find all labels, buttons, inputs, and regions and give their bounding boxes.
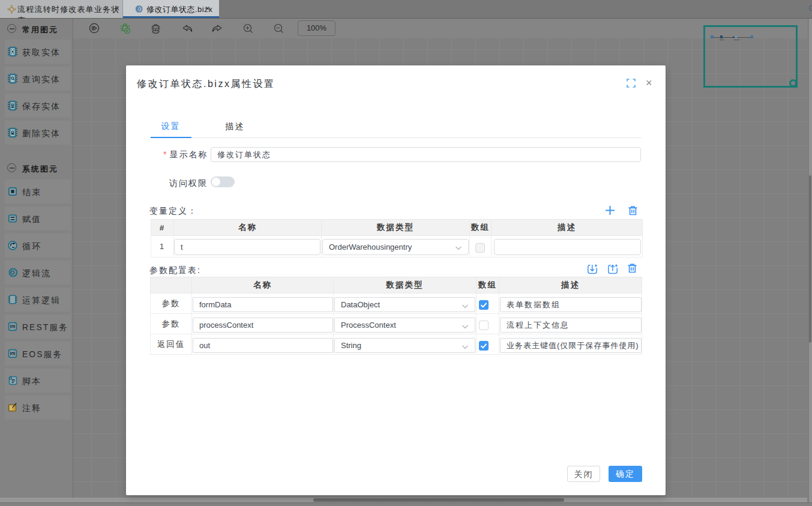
- svg-text:R: R: [12, 325, 14, 328]
- svg-text:E: E: [12, 352, 14, 355]
